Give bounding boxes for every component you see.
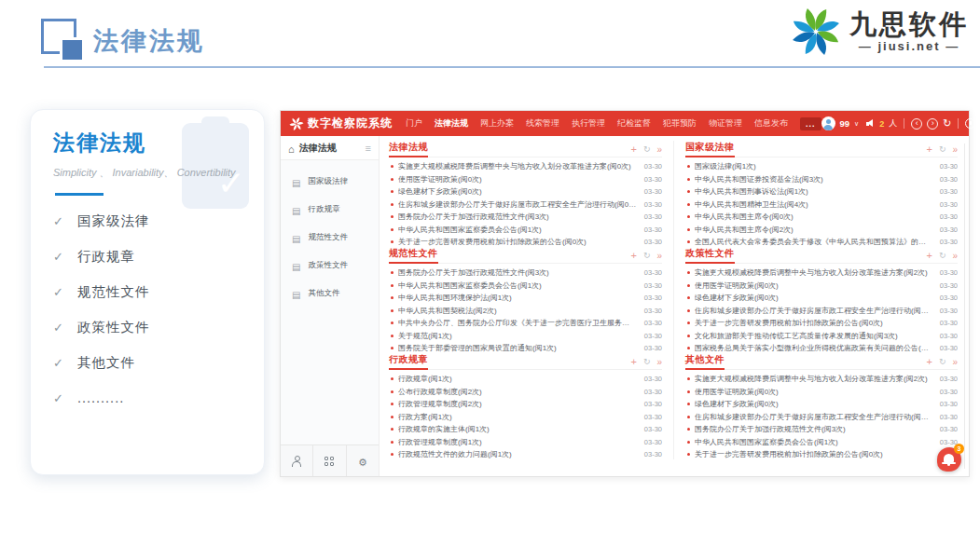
list-item[interactable]: 国务院办公厅关于加强行政规范性文件(阅3次) 03-30 (389, 267, 662, 280)
notification-bell[interactable]: 3 (937, 447, 961, 472)
document-icon (292, 257, 300, 274)
nav-item[interactable]: 纪检监督 (617, 117, 651, 130)
profile-button[interactable] (281, 445, 313, 476)
refresh-icon[interactable]: ↻ (643, 358, 651, 366)
refresh-icon[interactable]: ↻ (939, 358, 946, 366)
add-icon[interactable]: + (630, 251, 636, 261)
list-item[interactable]: 关于规范(阅1次) 03-30 (389, 330, 662, 343)
nav-item[interactable]: 门户 (406, 117, 422, 130)
list-item[interactable]: 住房和城乡建设部办公厅关于做好房屋市政工程安全生产治理行动(阅0次) 03-30 (685, 305, 958, 318)
sidebar-item[interactable]: 国家级法律 (281, 168, 379, 196)
nav-item[interactable]: 线索管理 (526, 117, 559, 130)
list-item[interactable]: 公布行政规章制度(阅2次) 03-30 (389, 386, 662, 399)
list-item[interactable]: 住房和城乡建设部办公厅关于做好房屋市政工程安全生产治理行动(阅0次) 03-30 (685, 411, 958, 424)
person-icon (292, 456, 301, 466)
list-item[interactable]: 行政规章(阅1次) 03-30 (389, 373, 662, 386)
list-item[interactable]: 国务院关于部委管理的国家局设置的通知(阅1次) 03-30 (389, 342, 662, 353)
more-icon[interactable]: » (656, 145, 662, 155)
item-title: 国务院办公厅关于加强行政规范性文件(阅3次) (695, 424, 932, 434)
username[interactable]: 99 (840, 118, 850, 129)
list-item[interactable]: 中华人民共和国刑事诉讼法(阅1次) 03-30 (685, 185, 958, 198)
refresh-icon[interactable]: ↻ (939, 145, 946, 154)
list-item[interactable]: 实施更大规模减税降费后调整中央与地方收入划分改革推进方案(阅0次) 03-30 (389, 160, 662, 173)
add-icon[interactable]: + (926, 357, 932, 367)
list-item[interactable]: 行政管理规章制度(阅1次) 03-30 (389, 436, 662, 449)
more-icon[interactable]: » (952, 358, 958, 367)
nav-item[interactable]: 执行管理 (572, 117, 605, 130)
chevron-down-icon[interactable]: ∨ (854, 120, 859, 128)
list-item[interactable]: 住房和城乡建设部办公厅关于做好房屋市政工程安全生产治理行动(阅0次) 03-30 (389, 198, 662, 212)
list-item[interactable]: 使用医学证明政策(阅0次) 03-30 (685, 386, 958, 399)
list-item[interactable]: 关于进一步完善研发费用税前加计扣除政策的公告(阅0次) 03-30 (389, 236, 662, 247)
list-item[interactable]: 中华人民共和国主席令(阅2次) 03-30 (685, 224, 958, 237)
list-item[interactable]: 行政方案(阅1次) 03-30 (389, 411, 662, 424)
speaker-icon[interactable] (866, 119, 875, 128)
nav-item[interactable]: 犯罪预防 (663, 117, 697, 130)
list-item[interactable]: 中华人民共和国契税法(阅2次) 03-30 (389, 305, 662, 318)
nav-item[interactable]: 物证管理 (709, 117, 742, 130)
nav-item[interactable]: 信息发布 (754, 117, 788, 130)
add-icon[interactable]: + (926, 251, 932, 261)
list-item[interactable]: 中华人民共和国证券投资基金法(阅3次) 03-30 (685, 173, 958, 186)
list-item[interactable]: 中华人民共和国国家监察委员会公告(阅1次) 03-30 (685, 436, 958, 449)
divider (958, 118, 959, 129)
back-circle-icon[interactable]: ‹ (911, 118, 922, 130)
add-icon[interactable]: + (926, 144, 932, 155)
add-icon[interactable]: + (630, 144, 636, 155)
item-date: 03-30 (644, 344, 662, 352)
list-item[interactable]: 行政管理规章制度(阅2次) 03-30 (389, 398, 662, 411)
forward-circle-icon[interactable]: › (927, 118, 938, 130)
check-icon: ✓ (53, 321, 63, 335)
list-item[interactable]: 国务院办公厅关于加强行政规范性文件(阅3次) 03-30 (685, 423, 958, 436)
apps-button[interactable] (313, 445, 346, 476)
list-item[interactable]: 使用医学证明政策(阅0次) 03-30 (389, 173, 662, 186)
home-icon[interactable] (288, 140, 295, 157)
refresh-icon[interactable]: ↻ (643, 252, 651, 260)
list-item[interactable]: 行政规章的实施主体(阅1次) 03-30 (389, 423, 662, 436)
list-item[interactable]: 国家税务总局关于落实小型微利企业所得税优惠政策有关问题的公告(阅1次) 03-3… (685, 342, 958, 353)
list-item[interactable]: 国务院办公厅关于加强行政规范性文件(阅3次) 03-30 (389, 211, 662, 224)
add-icon[interactable]: + (630, 357, 636, 367)
list-item[interactable]: 中华人民共和国主席令(阅0次) 03-30 (685, 211, 958, 224)
item-title: 中华人民共和国契税法(阅2次) (398, 306, 637, 316)
settings-button[interactable] (347, 445, 379, 476)
list-item[interactable]: 关于进一步完善研发费用税前加计扣除政策的公告(阅0次) 03-30 (685, 448, 958, 459)
refresh-icon[interactable]: ↻ (939, 252, 946, 260)
list-item[interactable]: 中华人民共和国环境保护法(阅1次) 03-30 (389, 292, 662, 305)
more-icon[interactable]: » (656, 252, 662, 261)
list-item[interactable]: 行政规范性文件的效力问题(阅1次) 03-30 (389, 448, 662, 459)
more-icon[interactable]: » (952, 252, 958, 261)
list-item[interactable]: 中华人民共和国国家监察委员会公告(阅1次) 03-30 (389, 280, 662, 293)
list-item[interactable]: 实施更大规模减税降费后调整中央与地方收入划分改革推进方案(阅2次) 03-30 (685, 267, 958, 280)
hamburger-icon[interactable] (366, 143, 371, 154)
list-item[interactable]: 中华人民共和国国家监察委员会公告(阅1次) 03-30 (389, 224, 662, 237)
sidebar-item[interactable]: 行政规章 (281, 196, 379, 224)
avatar[interactable] (821, 116, 835, 130)
more-icon[interactable]: » (952, 145, 958, 155)
sidebar-item[interactable]: 其他文件 (281, 280, 379, 308)
list-item[interactable]: 中共中央办公厅、国务院办公厅印发《关于进一步完善医疗卫生服务体系的意见》(阅1次… (389, 317, 662, 330)
sidebar-item[interactable]: 规范性文件 (281, 224, 379, 252)
item-title: 关于进一步完善研发费用税前加计扣除政策的公告(阅0次) (695, 318, 932, 328)
list-item[interactable]: 中华人民共和国精神卫生法(阅4次) 03-30 (685, 198, 958, 212)
nav-item[interactable]: ... (800, 117, 821, 130)
nav-item[interactable]: 法律法规 (435, 117, 468, 130)
list-item[interactable]: 全国人民代表大会常务委员会关于修改《中华人民共和国预算法》的决定(阅0次) 03… (685, 236, 958, 247)
power-icon[interactable] (965, 118, 975, 129)
more-icon[interactable]: » (656, 358, 662, 367)
list-item[interactable]: 绿色建材下乡政策(阅0次) 03-30 (389, 185, 662, 198)
bullet-icon (391, 165, 393, 168)
refresh-icon[interactable]: ↻ (943, 118, 951, 129)
nav-item[interactable]: 网上办案 (480, 117, 514, 130)
sidebar-item[interactable]: 政策性文件 (281, 252, 379, 280)
list-item[interactable]: 国家级法律(阅1次) 03-30 (685, 160, 958, 173)
list-item[interactable]: 实施更大规模减税降费后调整中央与地方收入划分改革推进方案(阅2次) 03-30 (685, 373, 958, 386)
bullet-icon (391, 284, 393, 287)
list-item[interactable]: 文化和旅游部关于推动传统工艺高质量传承发展的通知(阅3次) 03-30 (685, 330, 958, 343)
list-item[interactable]: 使用医学证明政策(阅0次) 03-30 (685, 280, 958, 293)
list-item[interactable]: 绿色建材下乡政策(阅0次) 03-30 (685, 292, 958, 305)
refresh-icon[interactable]: ↻ (643, 145, 651, 154)
list-item[interactable]: 绿色建材下乡政策(阅0次) 03-30 (685, 398, 958, 411)
list-item[interactable]: 关于进一步完善研发费用税前加计扣除政策的公告(阅0次) 03-30 (685, 317, 958, 330)
feature-item: ✓ 行政规章 (53, 239, 242, 274)
